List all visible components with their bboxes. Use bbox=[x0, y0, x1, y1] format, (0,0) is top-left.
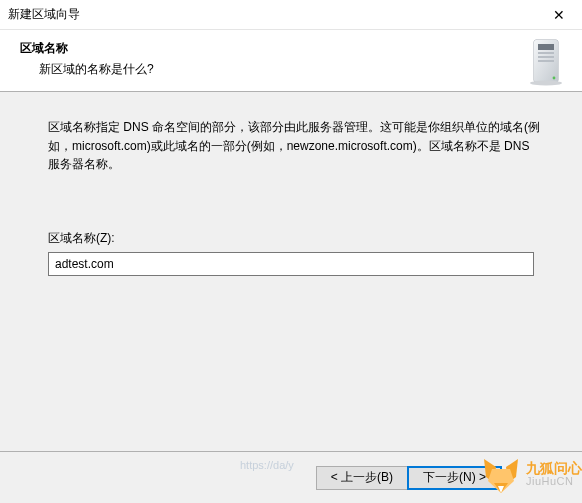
header-subtitle: 新区域的名称是什么? bbox=[39, 61, 154, 78]
svg-rect-3 bbox=[538, 52, 554, 54]
close-icon: ✕ bbox=[553, 7, 565, 23]
svg-point-7 bbox=[530, 81, 562, 86]
wizard-header: 区域名称 新区域的名称是什么? bbox=[0, 30, 582, 92]
titlebar: 新建区域向导 ✕ bbox=[0, 0, 582, 30]
header-text: 区域名称 新区域的名称是什么? bbox=[20, 40, 154, 78]
window-title: 新建区域向导 bbox=[8, 6, 80, 23]
zone-name-label: 区域名称(Z): bbox=[48, 230, 542, 247]
zone-name-field: 区域名称(Z): bbox=[48, 230, 542, 276]
svg-rect-4 bbox=[538, 56, 554, 58]
next-button[interactable]: 下一步(N) > bbox=[407, 466, 502, 490]
svg-rect-2 bbox=[538, 44, 554, 50]
wizard-body: 区域名称指定 DNS 命名空间的部分，该部分由此服务器管理。这可能是你组织单位的… bbox=[0, 92, 582, 451]
zone-description: 区域名称指定 DNS 命名空间的部分，该部分由此服务器管理。这可能是你组织单位的… bbox=[48, 118, 542, 174]
zone-name-input[interactable] bbox=[48, 252, 534, 276]
header-heading: 区域名称 bbox=[20, 41, 68, 55]
back-button[interactable]: < 上一步(B) bbox=[316, 466, 408, 490]
server-icon bbox=[526, 38, 568, 86]
close-button[interactable]: ✕ bbox=[536, 0, 582, 30]
wizard-footer: < 上一步(B) 下一步(N) > 取消 bbox=[0, 451, 582, 503]
svg-rect-5 bbox=[538, 60, 554, 62]
svg-point-6 bbox=[553, 77, 556, 80]
